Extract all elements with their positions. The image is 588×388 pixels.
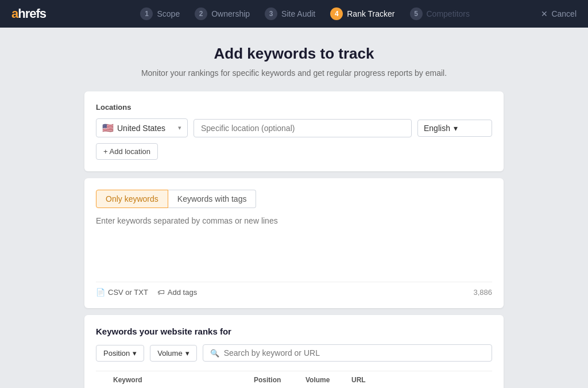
csv-label: CSV or TXT xyxy=(108,288,148,297)
page-subtitle: Monitor your rankings for specific keywo… xyxy=(141,68,447,78)
keywords-card-footer: 📄 CSV or TXT 🏷 Add tags 3,886 xyxy=(96,282,492,297)
step-number-5: 5 xyxy=(410,7,423,20)
specific-location-input[interactable] xyxy=(194,119,412,137)
keywords-textarea[interactable] xyxy=(96,216,492,274)
step-number-1: 1 xyxy=(140,7,153,20)
add-tags-label: Add tags xyxy=(168,288,197,297)
language-select[interactable]: English ▾ xyxy=(417,120,492,137)
locations-row: 🇺🇸 United States ▾ English ▾ xyxy=(96,118,492,137)
nav-step-site-audit[interactable]: 3 Site Audit xyxy=(259,5,321,22)
file-icon: 📄 xyxy=(96,288,105,297)
ranks-card: Keywords your website ranks for Position… xyxy=(84,315,504,388)
brand-logo: ahrefs xyxy=(11,6,46,21)
language-value: English xyxy=(424,124,450,133)
chevron-down-icon-volume: ▾ xyxy=(185,349,189,358)
step-label-site-audit: Site Audit xyxy=(281,9,315,18)
keywords-tabs: Only keywords Keywords with tags xyxy=(96,190,492,208)
cancel-button[interactable]: ✕ Cancel xyxy=(541,9,577,18)
step-label-ownership: Ownership xyxy=(211,9,250,18)
top-nav: ahrefs 1 Scope 2 Ownership 3 Site Audit … xyxy=(0,0,588,28)
step-number-2: 2 xyxy=(195,7,207,20)
keyword-search-input[interactable] xyxy=(224,348,485,358)
csv-import-button[interactable]: 📄 CSV or TXT xyxy=(96,288,148,297)
nav-step-scope[interactable]: 1 Scope xyxy=(134,5,185,22)
close-icon: ✕ xyxy=(541,9,548,18)
volume-filter-label: Volume xyxy=(157,349,182,358)
col-position: Position xyxy=(254,376,305,384)
volume-filter-button[interactable]: Volume ▾ xyxy=(150,345,196,362)
col-volume: Volume xyxy=(305,376,351,384)
tab-only-keywords[interactable]: Only keywords xyxy=(96,190,168,208)
cancel-label: Cancel xyxy=(551,9,577,18)
country-flag: 🇺🇸 xyxy=(102,122,114,133)
ranks-title: Keywords your website ranks for xyxy=(96,326,492,336)
tab-keywords-with-tags[interactable]: Keywords with tags xyxy=(168,190,257,208)
add-tags-button[interactable]: 🏷 Add tags xyxy=(157,288,197,297)
chevron-down-icon: ▾ xyxy=(178,124,181,132)
keywords-card: Only keywords Keywords with tags 📄 CSV o… xyxy=(84,178,504,308)
tag-icon: 🏷 xyxy=(157,288,165,297)
step-label-rank-tracker: Rank Tracker xyxy=(347,9,394,18)
locations-card: Locations 🇺🇸 United States ▾ English ▾ +… xyxy=(84,91,504,171)
col-url: URL xyxy=(351,376,492,384)
position-filter-button[interactable]: Position ▾ xyxy=(96,345,144,362)
locations-label: Locations xyxy=(96,103,492,112)
position-filter-label: Position xyxy=(103,349,130,358)
step-label-scope: Scope xyxy=(157,9,180,18)
step-number-4: 4 xyxy=(330,7,343,20)
col-add xyxy=(96,376,113,384)
add-location-label: + Add location xyxy=(103,147,150,156)
nav-step-competitors: 5 Competitors xyxy=(404,5,475,22)
col-keyword: Keyword xyxy=(113,376,254,384)
nav-steps: 1 Scope 2 Ownership 3 Site Audit 4 Rank … xyxy=(69,5,541,22)
nav-step-ownership[interactable]: 2 Ownership xyxy=(189,5,256,22)
chevron-down-icon-lang: ▾ xyxy=(454,124,458,133)
country-name: United States xyxy=(117,124,165,133)
main-content: Add keywords to track Monitor your ranki… xyxy=(0,28,588,388)
step-number-3: 3 xyxy=(265,7,277,20)
chevron-down-icon-position: ▾ xyxy=(133,349,137,358)
keywords-count: 3,886 xyxy=(473,288,492,297)
page-title: Add keywords to track xyxy=(214,45,374,63)
filters-row: Position ▾ Volume ▾ 🔍 xyxy=(96,344,492,362)
country-select[interactable]: 🇺🇸 United States ▾ xyxy=(96,118,188,137)
step-label-competitors: Competitors xyxy=(427,9,470,18)
search-icon: 🔍 xyxy=(210,349,219,358)
nav-step-rank-tracker[interactable]: 4 Rank Tracker xyxy=(324,5,400,22)
add-location-button[interactable]: + Add location xyxy=(96,143,158,160)
keyword-search-box: 🔍 xyxy=(203,344,492,362)
table-header: Keyword Position Volume URL xyxy=(96,371,492,388)
